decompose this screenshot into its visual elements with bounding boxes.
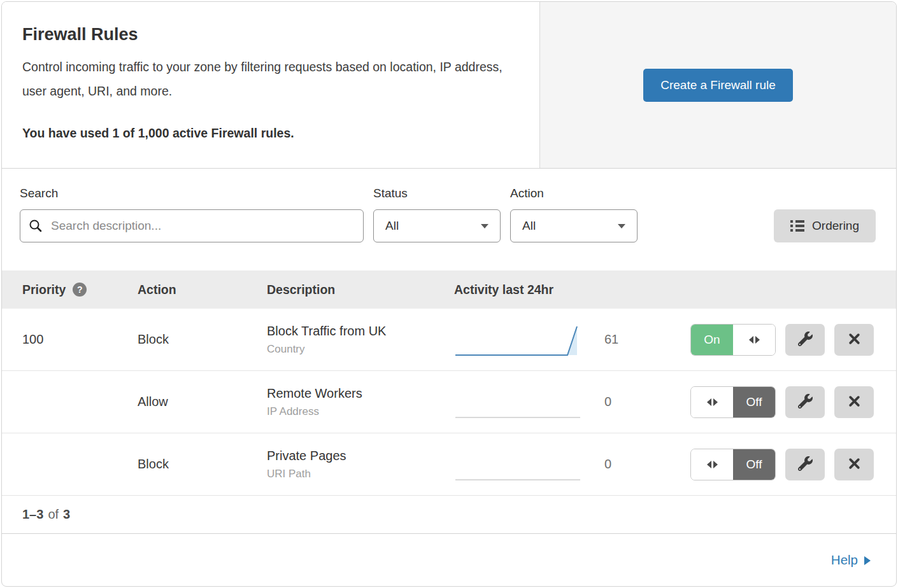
rule-action: Allow [138, 395, 267, 409]
rule-description-cell: Private Pages URI Path [267, 449, 454, 480]
table-row: 100 Block Block Traffic from UK Country [2, 309, 896, 371]
priority-help-icon[interactable]: ? [73, 283, 87, 297]
pagination-bar: 1–3 of 3 [2, 496, 896, 534]
edit-rule-button[interactable] [785, 386, 825, 418]
arrow-right-icon [864, 556, 871, 565]
rule-match-type: IP Address [267, 405, 454, 418]
rule-controls-cell: Off [690, 449, 896, 480]
help-link[interactable]: Help [831, 552, 871, 568]
rule-match-type: Country [267, 343, 454, 356]
toggle-state-label: Off [733, 387, 775, 417]
close-icon [848, 395, 861, 410]
delete-rule-button[interactable] [834, 324, 874, 356]
header-section: Firewall Rules Control incoming traffic … [2, 2, 896, 169]
action-filter-group: Action All [510, 186, 638, 242]
activity-sparkline-flat [454, 384, 581, 420]
chevron-down-icon [618, 224, 625, 228]
ordering-button[interactable]: Ordering [774, 209, 876, 242]
table-row: Block Private Pages URI Path 0 [2, 433, 896, 496]
rule-name: Block Traffic from UK [267, 324, 454, 339]
table-body: 100 Block Block Traffic from UK Country [2, 309, 896, 496]
status-filter-group: Status All [373, 186, 501, 242]
toggle-drag-handle-icon[interactable] [733, 325, 775, 355]
search-icon [29, 219, 43, 235]
pagination-total: 3 [63, 507, 70, 522]
header-text-block: Firewall Rules Control incoming traffic … [2, 2, 539, 168]
rule-action: Block [138, 332, 267, 347]
column-header-priority: Priority [22, 283, 66, 297]
search-filter-group: Search [20, 186, 364, 242]
rule-description-cell: Block Traffic from UK Country [267, 324, 454, 356]
rule-activity-cell: 0 [454, 384, 690, 420]
wrench-icon [798, 456, 813, 473]
filter-bar: Search Status All Action [2, 169, 896, 270]
delete-rule-button[interactable] [834, 449, 874, 480]
toggle-state-label: On [691, 325, 733, 355]
list-ordering-icon [790, 220, 804, 232]
column-header-action: Action [138, 283, 267, 297]
page-description: Control incoming traffic to your zone by… [22, 55, 519, 103]
wrench-icon [798, 332, 813, 348]
action-selected-value: All [522, 219, 536, 233]
rule-activity-cell: 0 [454, 447, 690, 482]
close-icon [848, 457, 861, 472]
table-header-row: Priority ? Action Description Activity l… [2, 270, 896, 309]
help-bar: Help [2, 534, 896, 586]
rule-name: Private Pages [267, 449, 454, 463]
column-header-description: Description [267, 283, 454, 297]
close-icon [848, 332, 861, 347]
header-action-panel: Create a Firewall rule [539, 2, 896, 168]
activity-count: 0 [604, 457, 611, 472]
activity-sparkline-chart [454, 322, 581, 358]
edit-rule-button[interactable] [785, 449, 825, 480]
table-row: Allow Remote Workers IP Address 0 [2, 371, 896, 433]
action-select[interactable]: All [510, 209, 638, 242]
toggle-drag-handle-icon[interactable] [691, 449, 733, 480]
chevron-down-icon [481, 224, 488, 228]
status-label: Status [373, 186, 501, 200]
help-link-label: Help [831, 552, 858, 568]
rule-enabled-toggle[interactable]: Off [690, 449, 776, 480]
search-label: Search [20, 186, 364, 200]
delete-rule-button[interactable] [834, 386, 874, 418]
firewall-rules-card: Firewall Rules Control incoming traffic … [1, 1, 897, 587]
rule-name: Remote Workers [267, 386, 454, 401]
rule-enabled-toggle[interactable]: On [690, 324, 776, 356]
rule-description-cell: Remote Workers IP Address [267, 386, 454, 418]
search-input[interactable] [20, 209, 364, 242]
rule-controls-cell: On [690, 324, 896, 356]
rule-priority: 100 [2, 332, 138, 347]
toggle-drag-handle-icon[interactable] [691, 387, 733, 417]
create-firewall-rule-button[interactable]: Create a Firewall rule [643, 69, 793, 102]
activity-sparkline-flat [454, 447, 581, 482]
toggle-state-label: Off [733, 449, 775, 480]
rule-enabled-toggle[interactable]: Off [690, 386, 776, 418]
edit-rule-button[interactable] [785, 324, 825, 356]
page-title: Firewall Rules [22, 25, 519, 45]
ordering-button-label: Ordering [812, 219, 859, 233]
activity-count: 61 [604, 332, 618, 347]
pagination-range: 1–3 [22, 507, 43, 522]
rule-match-type: URI Path [267, 468, 454, 480]
status-selected-value: All [385, 219, 399, 233]
column-header-activity: Activity last 24hr [454, 283, 690, 297]
wrench-icon [798, 394, 813, 410]
status-select[interactable]: All [373, 209, 501, 242]
rule-controls-cell: Off [690, 386, 896, 418]
usage-summary: You have used 1 of 1,000 active Firewall… [22, 126, 519, 141]
activity-count: 0 [604, 395, 611, 409]
rule-activity-cell: 61 [454, 322, 690, 358]
pagination-of-label: of [48, 507, 59, 522]
action-label: Action [510, 186, 638, 200]
rule-action: Block [138, 457, 267, 472]
